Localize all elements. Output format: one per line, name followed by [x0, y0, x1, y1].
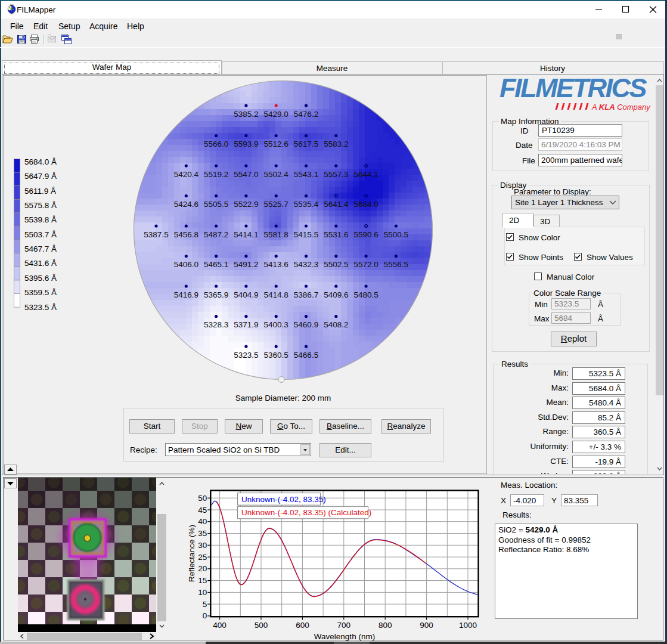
- svg-text:5409.6: 5409.6: [324, 290, 348, 299]
- svg-text:5404.9: 5404.9: [234, 290, 258, 299]
- svg-text:5387.5: 5387.5: [144, 230, 168, 239]
- svg-text:5465.1: 5465.1: [204, 260, 228, 269]
- svg-text:5385.2: 5385.2: [234, 110, 258, 119]
- svg-text:25: 25: [198, 553, 207, 562]
- svg-text:5408.2: 5408.2: [324, 320, 348, 329]
- svg-text:5583.2: 5583.2: [324, 140, 348, 148]
- svg-text:5406.0: 5406.0: [174, 260, 198, 269]
- svg-text:5505.5: 5505.5: [204, 200, 228, 209]
- svg-text:5328.3: 5328.3: [204, 320, 228, 329]
- svg-text:5487.2: 5487.2: [204, 230, 228, 239]
- svg-text:500: 500: [255, 621, 268, 630]
- svg-text:5414.8: 5414.8: [264, 290, 288, 299]
- svg-text:5593.9: 5593.9: [234, 140, 258, 148]
- svg-text:15: 15: [198, 576, 207, 585]
- svg-text:35: 35: [198, 529, 207, 538]
- svg-text:5360.5: 5360.5: [264, 351, 288, 360]
- svg-text:700: 700: [337, 621, 351, 630]
- svg-text:5566.0: 5566.0: [204, 140, 228, 148]
- svg-text:5414.1: 5414.1: [234, 230, 258, 239]
- svg-text:45: 45: [198, 506, 207, 515]
- svg-text:5535.4: 5535.4: [294, 200, 319, 209]
- svg-text:5365.9: 5365.9: [204, 290, 228, 299]
- svg-text:5500.5: 5500.5: [384, 230, 408, 239]
- svg-text:5543.1: 5543.1: [294, 170, 318, 179]
- svg-text:5420.4: 5420.4: [174, 170, 199, 179]
- svg-text:5432.3: 5432.3: [294, 260, 318, 269]
- svg-text:5429.0: 5429.0: [264, 110, 288, 119]
- svg-text:40: 40: [198, 517, 207, 526]
- svg-text:1000: 1000: [459, 621, 477, 630]
- svg-text:400: 400: [213, 621, 227, 630]
- svg-text:5480.5: 5480.5: [353, 290, 378, 299]
- svg-text:Wavelength (nm): Wavelength (nm): [314, 632, 375, 641]
- svg-text:Reflectance (%): Reflectance (%): [187, 525, 196, 582]
- svg-text:5323.5: 5323.5: [234, 351, 258, 360]
- svg-text:5556.5: 5556.5: [384, 260, 408, 269]
- svg-text:5684.0: 5684.0: [353, 200, 378, 209]
- svg-text:20: 20: [198, 564, 207, 573]
- svg-text:5413.6: 5413.6: [264, 260, 288, 269]
- svg-text:5476.2: 5476.2: [294, 110, 318, 119]
- svg-text:800: 800: [379, 621, 392, 630]
- svg-text:5502.5: 5502.5: [324, 260, 348, 269]
- svg-text:5386.7: 5386.7: [294, 290, 318, 299]
- svg-text:5572.0: 5572.0: [353, 260, 378, 269]
- svg-text:5424.6: 5424.6: [174, 200, 198, 209]
- svg-text:5590.6: 5590.6: [353, 230, 378, 239]
- svg-text:Unknown-(-4.02, 83.35): Unknown-(-4.02, 83.35): [241, 495, 326, 504]
- svg-text:Unknown-(-4.02, 83.35) (Calcul: Unknown-(-4.02, 83.35) (Calculated): [241, 508, 371, 517]
- svg-text:5400.3: 5400.3: [264, 320, 288, 329]
- svg-text:5525.7: 5525.7: [264, 200, 288, 209]
- svg-text:5641.4: 5641.4: [324, 200, 349, 209]
- svg-text:5: 5: [203, 600, 207, 609]
- svg-text:50: 50: [198, 494, 207, 503]
- svg-text:30: 30: [198, 541, 207, 550]
- svg-text:5466.5: 5466.5: [294, 351, 318, 360]
- svg-text:5617.5: 5617.5: [294, 140, 318, 148]
- svg-text:5522.9: 5522.9: [234, 200, 258, 209]
- svg-text:10: 10: [198, 588, 207, 597]
- svg-text:5581.8: 5581.8: [264, 230, 288, 239]
- svg-text:0: 0: [203, 611, 207, 620]
- svg-text:600: 600: [296, 621, 309, 630]
- svg-text:900: 900: [420, 621, 433, 630]
- svg-text:5460.9: 5460.9: [294, 320, 318, 329]
- svg-text:5416.9: 5416.9: [174, 290, 198, 299]
- svg-text:5491.2: 5491.2: [234, 260, 258, 269]
- svg-text:5415.5: 5415.5: [294, 230, 318, 239]
- svg-text:5519.2: 5519.2: [204, 170, 228, 179]
- svg-text:5557.3: 5557.3: [324, 170, 348, 179]
- svg-text:5644.1: 5644.1: [353, 170, 378, 179]
- svg-text:5371.9: 5371.9: [234, 320, 258, 329]
- svg-text:5547.0: 5547.0: [234, 170, 258, 179]
- svg-text:5531.6: 5531.6: [324, 230, 348, 239]
- svg-text:5456.8: 5456.8: [174, 230, 198, 239]
- svg-text:5502.4: 5502.4: [264, 170, 289, 179]
- svg-text:5512.6: 5512.6: [264, 140, 288, 148]
